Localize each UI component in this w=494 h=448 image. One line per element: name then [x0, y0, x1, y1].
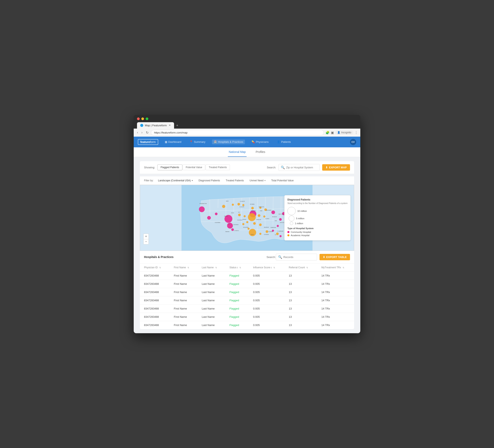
svg-text:KANSAS: KANSAS [243, 219, 246, 220]
table-search-input[interactable] [284, 256, 308, 259]
maximize-window-button[interactable] [146, 117, 148, 120]
cell-physician-id: 8347283488 [140, 280, 170, 288]
sort-icon: ⇅ [215, 266, 217, 269]
svg-point-41 [244, 215, 246, 217]
map-search-box[interactable]: 🔍 [279, 164, 320, 171]
col-last-name[interactable]: Last Name ⇅ [198, 263, 225, 272]
user-avatar[interactable]: CV [350, 139, 356, 145]
avatar-initials: CV [351, 141, 355, 143]
sort-icon: ⇅ [187, 266, 189, 269]
minimize-window-button[interactable] [141, 117, 144, 120]
showing-tab-flagged[interactable]: Flagged Patients [157, 164, 182, 170]
filter-item-label: Unmet Need [249, 179, 263, 182]
logo-bold: feature [140, 140, 150, 144]
svg-text:ILLINOIS: ILLINOIS [265, 218, 269, 219]
svg-text:COLORADO: COLORADO [237, 220, 243, 221]
cell-first-name: First Name [170, 288, 198, 296]
table-row[interactable]: 8347283488 First Name Last Name Flagged … [140, 271, 354, 280]
svg-point-22 [271, 211, 275, 214]
svg-text:WASHINGTON: WASHINGTON [200, 203, 207, 204]
table-row[interactable]: 8347283488 First Name Last Name Flagged … [140, 304, 354, 313]
forward-button[interactable]: › [140, 130, 143, 135]
cell-physician-id: 8347283488 [140, 304, 170, 313]
cell-last-name: Last Name [198, 313, 225, 321]
tab-close-button[interactable]: ✕ [169, 124, 171, 127]
cell-last-name: Last Name [198, 304, 225, 313]
col-physician-id[interactable]: Physician ID ⇅ [140, 263, 170, 272]
menu-icon[interactable]: ⋮ [355, 131, 358, 135]
cell-last-name: Last Name [198, 321, 225, 329]
back-button[interactable]: ‹ [136, 130, 139, 135]
col-trx[interactable]: MyTreatment TRx ⇅ [317, 263, 354, 272]
table-row[interactable]: 8347283488 First Name Last Name Flagged … [140, 296, 354, 304]
filter-unmet[interactable]: Unmet Need ▾ [248, 178, 267, 183]
tab-profiles[interactable]: Profiles [255, 147, 266, 157]
browser-tab-active[interactable]: 🌐 Map | Featureform ✕ [137, 122, 174, 129]
table-row[interactable]: 8347283488 First Name Last Name Flagged … [140, 280, 354, 288]
status-badge: Flagged [230, 299, 239, 302]
svg-text:S. DAKOTA: S. DAKOTA [239, 207, 244, 208]
search-label: Search: [267, 166, 276, 169]
tab-add-button[interactable]: + [174, 123, 180, 129]
nav-item-summary[interactable]: 📍 Summary [188, 139, 207, 144]
extensions-icon: 🧩 [325, 131, 330, 135]
cell-last-name: Last Name [198, 288, 225, 296]
filter-treated[interactable]: Treated Patients [224, 178, 245, 183]
cell-first-name: First Name [170, 280, 198, 288]
map-container[interactable]: WASHINGTON MONT. N. DAKOTA S. DAKOTA NEB… [140, 185, 354, 251]
reload-button[interactable]: ↻ [145, 130, 149, 135]
search-icon: 🔍 [281, 165, 285, 169]
community-hospital-label: Community Hospital [291, 231, 311, 233]
filter-item-label: Landscape (Continental USA) [158, 179, 191, 182]
svg-text:GA.: GA. [275, 234, 276, 235]
zoom-in-button[interactable]: + [143, 234, 149, 239]
filter-diagnosed[interactable]: Diagnosed Patients [197, 178, 221, 183]
app-logo[interactable]: featureform [138, 139, 158, 145]
zoom-controls: + − [143, 234, 149, 244]
table-search-label: Search: [267, 256, 276, 259]
export-table-button[interactable]: ⬇ EXPORT TABLE [320, 254, 350, 260]
community-hospital-dot [287, 231, 289, 233]
tab-national-map[interactable]: National Map [228, 147, 247, 157]
app-navigation: featureform ▦ Dashboard 📍 Summary 🏥 Hosp… [134, 137, 360, 147]
cell-first-name: First Name [170, 321, 198, 329]
map-search-input[interactable] [286, 166, 315, 169]
showing-tab-treated[interactable]: Treated Patients [206, 164, 230, 170]
export-map-label: EXPORT MAP [329, 166, 347, 169]
browser-tabs: 🌐 Map | Featureform ✕ + [137, 122, 357, 129]
filter-total-value[interactable]: Total Potential Value [270, 178, 295, 183]
showing-tab-potential[interactable]: Potential Value [183, 164, 205, 170]
filter-landscape[interactable]: Landscape (Continental USA) ▾ [157, 178, 194, 183]
browser-addressbar: ‹ › ↻ 🧩 ▣ 👤 Incognito ⋮ [134, 129, 360, 137]
nav-item-patients[interactable]: 👤 Patients [275, 139, 293, 144]
table-row[interactable]: 8347283488 First Name Last Name Flagged … [140, 321, 354, 329]
browser-window: 🌐 Map | Featureform ✕ + ‹ › ↻ 🧩 ▣ 👤 Inco… [134, 115, 360, 333]
nav-item-physicians[interactable]: 💊 Physicians [250, 139, 270, 144]
col-first-name[interactable]: First Name ⇅ [170, 263, 198, 272]
dashboard-icon: ▦ [165, 140, 167, 143]
cell-status: Flagged [225, 321, 249, 329]
nav-item-hospitals[interactable]: 🏥 Hospitals & Practices [212, 139, 245, 144]
col-status[interactable]: Status ℹ ⇅ [225, 263, 249, 272]
nav-item-dashboard[interactable]: ▦ Dashboard [163, 139, 183, 144]
address-input[interactable] [151, 130, 324, 135]
zoom-out-button[interactable]: − [143, 239, 149, 244]
legend-circle-large [287, 207, 296, 215]
close-window-button[interactable] [137, 117, 140, 120]
col-influence-score[interactable]: Influence Score ℹ ⇅ [249, 263, 284, 272]
col-referral-count[interactable]: Referral Count ⇅ [285, 263, 317, 272]
app-content: featureform ▦ Dashboard 📍 Summary 🏥 Hosp… [134, 137, 360, 333]
table-row[interactable]: 8347283488 First Name Last Name Flagged … [140, 288, 354, 296]
sort-icon: ⇅ [306, 266, 308, 269]
cell-physician-id: 8347283488 [140, 271, 170, 280]
legend-circle-row-5m: 5 million [287, 216, 347, 221]
svg-text:IOWA: IOWA [260, 211, 262, 212]
cell-influence-score: 0.935 [249, 280, 284, 288]
table-search-box[interactable]: 🔍 [276, 254, 317, 261]
status-badge: Flagged [230, 274, 239, 277]
export-map-button[interactable]: ⬇ EXPORT MAP [322, 164, 350, 171]
filter-bar: Filter by: Landscape (Continental USA) ▾… [140, 176, 354, 185]
svg-text:N. DAKOTA: N. DAKOTA [240, 201, 245, 202]
table-row[interactable]: 8347283488 First Name Last Name Flagged … [140, 313, 354, 321]
status-badge: Flagged [230, 282, 239, 286]
